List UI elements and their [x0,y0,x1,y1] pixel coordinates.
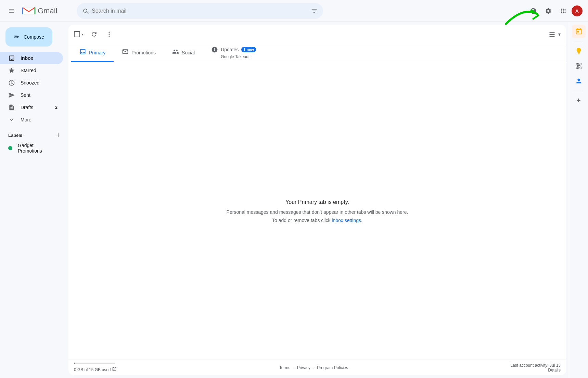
empty-desc2-prefix: To add or remove tabs click [272,218,332,223]
app-name-label: Gmail [38,6,57,15]
manage-storage-icon[interactable] [112,367,117,373]
footer-terms[interactable]: Terms [279,365,291,370]
sidebar-item-sent[interactable]: Sent [0,89,63,101]
last-activity-text: Last account activity: Jul 13 [510,363,561,368]
more-options-button[interactable] [102,27,116,41]
sidebar: ✏ Compose Inbox Starred [0,22,68,378]
updates-new-badge: 1 new [241,47,256,52]
gmail-logo: Gmail [22,6,57,16]
empty-desc1: Personal messages and messages that don’… [227,209,408,215]
labels-title: Labels [8,133,22,138]
search-filter-icon[interactable] [311,8,318,14]
svg-point-5 [108,36,110,37]
footer-program-policies[interactable]: Program Policies [317,365,348,370]
density-selector[interactable]: ▾ [549,31,561,38]
drafts-icon [8,104,15,111]
more-label: More [21,117,57,122]
snoozed-label: Snoozed [21,80,57,86]
hamburger-menu-button[interactable] [5,4,19,18]
select-all-checkbox[interactable]: ▾ [74,31,83,37]
labels-section-header: Labels + [0,129,68,142]
layout: ✏ Compose Inbox Starred [0,22,588,378]
label-item-gadget-promotions[interactable]: Gadget Promotions [0,142,63,154]
header: Gmail A [0,0,588,22]
svg-rect-0 [9,9,14,10]
svg-rect-1 [9,11,14,11]
tab-promotions[interactable]: Promotions [114,44,164,62]
empty-state: Your Primary tab is empty. Personal mess… [68,62,566,360]
details-link[interactable]: Details [510,368,561,373]
drafts-label: Drafts [21,105,50,110]
storage-text: 0 GB of 15 GB used [74,367,111,372]
compose-button[interactable]: ✏ Compose [5,27,52,47]
tasks-button[interactable] [572,59,586,73]
tab-updates[interactable]: Updates 1 new Google Takeout [203,44,264,62]
star-icon [8,67,15,74]
inbox-settings-link[interactable]: inbox settings [332,218,361,223]
empty-desc2: To add or remove tabs click inbox settin… [272,218,362,223]
header-right: A [526,4,583,18]
sidebar-item-drafts[interactable]: Drafts 2 [0,101,63,114]
svg-point-6 [577,79,580,81]
svg-point-4 [108,34,110,35]
primary-tab-icon [79,48,86,57]
toolbar: ▾ ▾ [68,25,566,44]
sidebar-item-snoozed[interactable]: Snoozed [0,77,63,89]
sidebar-item-starred[interactable]: Starred [0,64,63,77]
avatar[interactable]: A [572,5,583,16]
footer: 0 GB of 15 GB used Terms · Privacy · Pro… [68,360,566,375]
contacts-button[interactable] [572,74,586,88]
right-sidebar-divider-2 [575,91,583,91]
tab-primary[interactable]: Primary [71,44,114,62]
social-tab-icon [172,48,179,57]
drafts-count: 2 [55,105,57,110]
inbox-label: Inbox [21,55,57,61]
storage-info: 0 GB of 15 GB used [74,363,117,373]
sent-label: Sent [21,92,57,98]
sidebar-item-more[interactable]: More [0,114,63,126]
apps-button[interactable] [557,4,570,18]
snoozed-icon [8,79,15,86]
select-dropdown-chevron[interactable]: ▾ [81,32,83,36]
label-color-dot [8,146,12,150]
empty-desc2-suffix: . [361,218,362,223]
empty-title: Your Primary tab is empty. [285,199,349,205]
inbox-tabs: Primary Promotions Social [68,44,566,62]
tab-primary-label: Primary [89,50,105,55]
svg-point-3 [108,32,110,33]
starred-label: Starred [21,68,57,73]
promotions-tab-icon [122,48,129,57]
help-button[interactable] [526,4,540,18]
checkbox[interactable] [74,31,80,37]
more-icon [8,116,15,123]
storage-fill [74,363,75,364]
updates-subtitle: Google Takeout [221,54,250,59]
settings-button[interactable] [541,4,555,18]
sidebar-item-inbox[interactable]: Inbox [0,52,63,64]
search-bar[interactable] [77,3,323,19]
inbox-icon [8,55,15,62]
header-left: Gmail [5,4,74,18]
tab-social[interactable]: Social [164,44,203,62]
keep-button[interactable] [572,44,586,58]
last-activity-info: Last account activity: Jul 13 Details [510,363,561,373]
calendar-button[interactable] [572,25,586,38]
svg-rect-2 [9,12,14,13]
sent-icon [8,92,15,99]
tab-social-label: Social [182,50,195,55]
footer-privacy[interactable]: Privacy [297,365,310,370]
label-name: Gadget Promotions [18,143,57,154]
add-apps-button[interactable]: + [572,94,586,107]
refresh-button[interactable] [87,27,101,41]
right-sidebar: + [569,22,588,378]
tab-updates-label: Updates [221,47,239,52]
search-input[interactable] [92,8,308,14]
footer-links: Terms · Privacy · Program Policies [279,365,348,370]
main-content: ▾ ▾ Prima [68,25,566,375]
updates-tab-icon [211,46,218,53]
tab-promotions-label: Promotions [131,50,156,55]
add-label-button[interactable]: + [56,131,60,139]
right-sidebar-divider [575,41,583,41]
compose-icon: ✏ [14,33,20,41]
density-chevron[interactable]: ▾ [558,31,561,37]
